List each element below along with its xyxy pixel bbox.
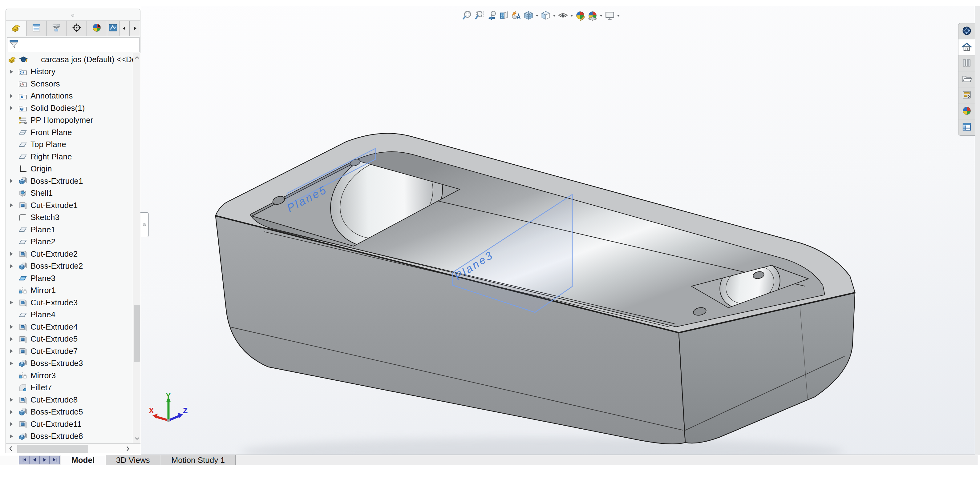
- task-pane-tab-view-palette[interactable]: [958, 87, 975, 103]
- section-view-button[interactable]: [498, 10, 510, 22]
- dynamic-annotation-views-button[interactable]: [510, 10, 522, 22]
- tree-item-boss-extrude2[interactable]: Boss-Extrude2: [6, 260, 133, 273]
- panel-tab-scroll-right[interactable]: [130, 21, 140, 36]
- apply-scene-button[interactable]: [586, 10, 599, 22]
- panel-tab-scroll-left[interactable]: [119, 21, 130, 36]
- expand-arrow-icon[interactable]: [10, 252, 13, 256]
- document-tab-model[interactable]: Model: [60, 455, 105, 465]
- scroll-left-icon[interactable]: [6, 444, 15, 453]
- view-orientation-button[interactable]: [522, 10, 535, 22]
- tree-item-plane4[interactable]: Plane4: [6, 309, 133, 321]
- task-pane-tab-custom-properties[interactable]: [958, 119, 975, 135]
- tree-vertical-scrollbar[interactable]: [133, 53, 140, 443]
- tree-item-front-plane[interactable]: Front Plane: [6, 126, 133, 138]
- panel-tab-displaymanager[interactable]: [87, 21, 107, 36]
- view-settings-dropdown[interactable]: [616, 10, 621, 22]
- next-frame-button[interactable]: [40, 456, 49, 464]
- display-style-button[interactable]: [539, 10, 552, 22]
- expand-arrow-icon[interactable]: [10, 94, 13, 98]
- tree-item-plane3[interactable]: Plane3: [6, 272, 133, 284]
- tree-item-plane2[interactable]: Plane2: [6, 236, 133, 248]
- tree-item-top-plane[interactable]: Top Plane: [6, 138, 133, 151]
- tree-item-cut-extrude5[interactable]: Cut-Extrude5: [6, 333, 133, 345]
- expand-arrow-icon[interactable]: [10, 70, 13, 74]
- expand-arrow-icon[interactable]: [10, 410, 13, 414]
- expand-arrow-icon[interactable]: [10, 301, 13, 304]
- horizontal-scroll-thumb[interactable]: [17, 445, 88, 453]
- expand-arrow-icon[interactable]: [10, 349, 13, 353]
- expand-arrow-icon[interactable]: [10, 361, 13, 365]
- tree-root-carcasa-jos-default-defau[interactable]: carcasa jos (Default) <<Defau: [6, 53, 133, 65]
- previous-view-button[interactable]: [485, 10, 498, 22]
- previous-frame-button[interactable]: [29, 456, 40, 464]
- task-pane-tab-file-explorer[interactable]: [958, 71, 975, 87]
- display-style-dropdown[interactable]: [552, 10, 557, 22]
- panel-grip-handle[interactable]: [72, 14, 74, 17]
- tree-horizontal-scrollbar[interactable]: [6, 444, 140, 453]
- tree-item-cut-extrude11[interactable]: Cut-Extrude11: [6, 418, 133, 430]
- tree-item-cut-extrude3[interactable]: Cut-Extrude3: [6, 296, 133, 309]
- first-frame-button[interactable]: [19, 456, 29, 464]
- panel-tab-propertymanager[interactable]: [27, 21, 46, 36]
- viewport-3d-canvas[interactable]: Plane5 Plane3 X Y Z: [141, 6, 975, 455]
- task-pane-tab-solidworks-resources[interactable]: [958, 24, 975, 40]
- panel-tab-dimxpertmanager[interactable]: [67, 21, 86, 36]
- tree-item-mirror3[interactable]: Mirror3: [6, 369, 133, 382]
- tree-item-solid-bodies-1[interactable]: Solid Bodies(1): [6, 102, 133, 114]
- tree-filter-input[interactable]: [19, 38, 139, 51]
- apply-scene-dropdown[interactable]: [599, 10, 604, 22]
- edit-appearance-button[interactable]: [574, 10, 586, 22]
- tree-item-boss-extrude8[interactable]: Boss-Extrude8: [6, 430, 133, 442]
- graphics-viewport[interactable]: Plane5 Plane3 X Y Z: [141, 6, 975, 455]
- task-pane-tab-design-library[interactable]: [958, 55, 975, 71]
- expand-arrow-icon[interactable]: [10, 325, 13, 329]
- view-settings-button[interactable]: [604, 10, 616, 22]
- tree-item-origin[interactable]: Origin: [6, 163, 133, 175]
- panel-splitter-handle[interactable]: [140, 212, 149, 237]
- scroll-up-icon[interactable]: [133, 53, 141, 62]
- tree-item-history[interactable]: History: [6, 65, 133, 78]
- expand-arrow-icon[interactable]: [10, 179, 13, 183]
- document-tab-3d-views[interactable]: 3D Views: [105, 455, 161, 465]
- expand-arrow-icon[interactable]: [10, 106, 13, 110]
- task-pane-tab-appearances-scenes[interactable]: [958, 103, 975, 119]
- vertical-scroll-thumb[interactable]: [134, 305, 140, 362]
- tree-item-cut-extrude8[interactable]: Cut-Extrude8: [6, 394, 133, 406]
- expand-arrow-icon[interactable]: [10, 265, 13, 268]
- tree-item-cut-extrude7[interactable]: Cut-Extrude7: [6, 345, 133, 357]
- tree-item-boss-extrude5[interactable]: Boss-Extrude5: [6, 406, 133, 418]
- tree-item-cut-extrude2[interactable]: Cut-Extrude2: [6, 248, 133, 260]
- zoom-to-area-button[interactable]: [473, 10, 485, 22]
- scroll-down-icon[interactable]: [133, 434, 141, 443]
- last-frame-button[interactable]: [49, 456, 60, 464]
- panel-tab-cam[interactable]: [107, 21, 119, 36]
- tree-item-mirror1[interactable]: Mirror1: [6, 284, 133, 297]
- expand-arrow-icon[interactable]: [10, 398, 13, 402]
- zoom-to-fit-button[interactable]: [461, 10, 473, 22]
- hide-show-items-button[interactable]: [557, 10, 569, 22]
- tree-item-boss-extrude1[interactable]: Boss-Extrude1: [6, 175, 133, 187]
- expand-arrow-icon[interactable]: [10, 337, 13, 341]
- panel-tab-configurationmanager[interactable]: [46, 21, 67, 36]
- tree-item-right-plane[interactable]: Right Plane: [6, 151, 133, 163]
- tree-item-shell1[interactable]: Shell1: [6, 187, 133, 200]
- tree-item-cut-extrude1[interactable]: Cut-Extrude1: [6, 199, 133, 211]
- expand-arrow-icon[interactable]: [10, 422, 13, 426]
- task-pane-tab-home[interactable]: [958, 40, 975, 55]
- tree-item-fillet7[interactable]: Fillet7: [6, 382, 133, 394]
- tree-item-boss-extrude3[interactable]: Boss-Extrude3: [6, 357, 133, 369]
- document-tab-motion-study-1[interactable]: Motion Study 1: [161, 455, 235, 465]
- tree-item-sketch3[interactable]: Sketch3: [6, 211, 133, 224]
- expand-arrow-icon[interactable]: [10, 203, 13, 207]
- panel-tab-featuremanager[interactable]: [6, 21, 27, 36]
- tree-item-annotations[interactable]: Annotations: [6, 90, 133, 102]
- view-orientation-dropdown[interactable]: [535, 10, 539, 22]
- tree-item-sensors[interactable]: Sensors: [6, 78, 133, 90]
- hide-show-items-dropdown[interactable]: [569, 10, 574, 22]
- tree-item-pp-homopolymer[interactable]: PP Homopolymer: [6, 114, 133, 127]
- tree-item-partial[interactable]: [6, 442, 133, 443]
- expand-arrow-icon[interactable]: [10, 434, 13, 438]
- scroll-right-icon[interactable]: [124, 444, 132, 453]
- tree-item-cut-extrude4[interactable]: Cut-Extrude4: [6, 321, 133, 333]
- tree-item-plane1[interactable]: Plane1: [6, 223, 133, 236]
